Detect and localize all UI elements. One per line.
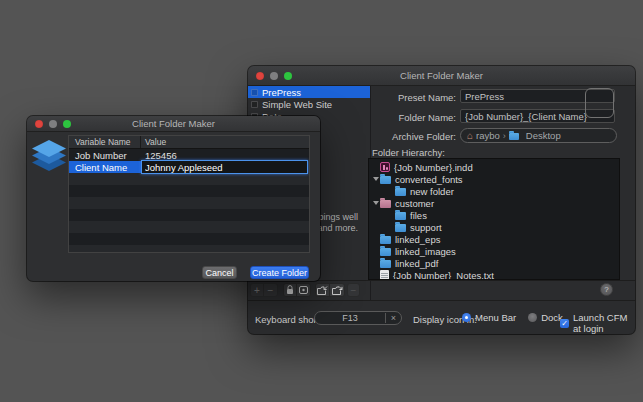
- new-subfolder-icon[interactable]: [330, 284, 344, 296]
- zoom-button[interactable]: [63, 120, 71, 128]
- clear-shortcut-icon[interactable]: ×: [385, 313, 401, 323]
- footer-separator: [248, 300, 635, 301]
- remove-preset-button[interactable]: −: [264, 284, 277, 296]
- window-controls: [256, 72, 292, 80]
- preset-name-label: Preset Name:: [372, 92, 456, 103]
- preset-checkbox[interactable]: [251, 89, 258, 96]
- variables-dialog: Client Folder Maker Variable Name Value …: [27, 116, 320, 281]
- value-cell[interactable]: [141, 161, 309, 173]
- path-segment: raybo: [476, 130, 500, 141]
- close-button[interactable]: [256, 72, 264, 80]
- window-title: Client Folder Maker: [400, 70, 483, 81]
- folder-icon: [380, 200, 391, 208]
- tree-item[interactable]: converted_fonts: [369, 173, 619, 185]
- empty-table-row[interactable]: [69, 245, 309, 253]
- radio-option-dock[interactable]: Dock: [528, 312, 563, 323]
- archive-folder-path[interactable]: ⌂ raybo › Desktop: [460, 128, 617, 143]
- add-preset-button[interactable]: +: [251, 284, 264, 296]
- radio-button[interactable]: [462, 313, 471, 322]
- tree-item[interactable]: linked_eps: [369, 233, 619, 245]
- preset-checkbox[interactable]: [251, 101, 258, 108]
- indesign-file-icon: [380, 162, 390, 172]
- tree-item[interactable]: linked_pdf: [369, 257, 619, 269]
- cancel-button[interactable]: Cancel: [202, 266, 237, 279]
- folder-icon: [395, 212, 406, 220]
- tree-item[interactable]: files: [369, 209, 619, 221]
- disclosure-triangle-icon[interactable]: [371, 177, 380, 181]
- sidebar-item-prepress[interactable]: PrePress: [248, 86, 370, 98]
- zoom-button[interactable]: [284, 72, 292, 80]
- tree-item[interactable]: customer: [369, 197, 619, 209]
- folder-hierarchy-label: Folder Hierarchy:: [372, 147, 445, 158]
- launch-at-login-option: ✓ Launch CFM at login: [560, 312, 635, 334]
- window-controls: [35, 120, 71, 128]
- folder-icon: [395, 188, 406, 196]
- table-row[interactable]: Client Name: [69, 161, 309, 173]
- variable-name-cell[interactable]: Job Number: [69, 149, 141, 161]
- display-icon-radio-group: Menu BarDock: [462, 312, 563, 323]
- radio-option-menu-bar[interactable]: Menu Bar: [462, 312, 516, 323]
- table-header: Variable Name Value: [69, 136, 309, 149]
- value-edit-field[interactable]: [141, 160, 308, 174]
- shortcut-value: F13: [315, 313, 385, 323]
- tree-item-label: {Job Number}.indd: [394, 162, 473, 173]
- archive-folder-label: Archive Folder:: [372, 131, 456, 142]
- checkbox-label: Launch CFM at login: [573, 312, 635, 334]
- home-icon: ⌂: [467, 131, 473, 141]
- empty-table-row[interactable]: [69, 173, 309, 185]
- column-header-value[interactable]: Value: [141, 137, 166, 147]
- variables-table: Variable Name Value Job Number125456Clie…: [68, 135, 310, 253]
- empty-table-row[interactable]: [69, 233, 309, 245]
- tree-item[interactable]: new folder: [369, 185, 619, 197]
- checkbox-checked-icon[interactable]: ✓: [560, 319, 569, 328]
- tree-item-label: linked_images: [395, 246, 456, 257]
- disclosure-triangle-icon[interactable]: [371, 201, 380, 205]
- create-folder-button[interactable]: Create Folder: [250, 266, 309, 279]
- empty-table-row[interactable]: [69, 209, 309, 221]
- tree-item[interactable]: {Job Number}_Notes.txt: [369, 269, 619, 280]
- empty-table-row[interactable]: [69, 221, 309, 233]
- remove-tree-item-button[interactable]: −: [347, 283, 360, 297]
- folder-icon: [380, 248, 391, 256]
- chevron-right-icon: ›: [503, 131, 506, 141]
- minimize-button[interactable]: [270, 72, 278, 80]
- tree-item-label: new folder: [410, 186, 454, 197]
- preset-label: Simple Web Site: [262, 99, 332, 110]
- tree-item-label: files: [410, 210, 427, 221]
- radio-label: Menu Bar: [475, 312, 516, 323]
- folder-icon: [395, 224, 406, 232]
- dialog-titlebar[interactable]: Client Folder Maker: [27, 116, 320, 132]
- tree-item[interactable]: support: [369, 221, 619, 233]
- badge-icon[interactable]: [297, 284, 310, 296]
- tree-item-label: customer: [395, 198, 434, 209]
- folder-icon: [380, 236, 391, 244]
- minimize-button[interactable]: [49, 120, 57, 128]
- folder-name-label: Folder Name:: [372, 112, 456, 123]
- help-button[interactable]: ?: [600, 283, 613, 296]
- tree-item-label: converted_fonts: [395, 174, 463, 185]
- new-folder-icon[interactable]: [316, 284, 330, 296]
- lock-icon[interactable]: [284, 284, 297, 296]
- column-header-variable-name[interactable]: Variable Name: [69, 136, 141, 148]
- folder-icon: [509, 133, 519, 140]
- tree-item-label: linked_eps: [395, 234, 440, 245]
- close-button[interactable]: [35, 120, 43, 128]
- table-body: Job Number125456Client Name: [69, 149, 309, 253]
- sidebar-item-simple-web-site[interactable]: Simple Web Site: [248, 98, 370, 110]
- folder-icon: [380, 260, 391, 268]
- tree-item[interactable]: {Job Number}.indd: [369, 161, 619, 173]
- tree-item-label: {Job Number}_Notes.txt: [393, 270, 494, 281]
- empty-table-row[interactable]: [69, 185, 309, 197]
- main-titlebar[interactable]: Client Folder Maker: [248, 66, 635, 86]
- app-layers-icon: [30, 136, 68, 182]
- preset-image-well[interactable]: [585, 88, 614, 118]
- keyboard-shortcut-field[interactable]: F13 ×: [314, 311, 402, 325]
- triangle-down-icon: [373, 201, 379, 205]
- radio-button[interactable]: [528, 313, 537, 322]
- lock-action-group: [283, 283, 311, 297]
- variable-name-cell[interactable]: Client Name: [69, 161, 141, 173]
- folder-tree: {Job Number}.inddconverted_fontsnew fold…: [368, 158, 620, 280]
- empty-table-row[interactable]: [69, 197, 309, 209]
- tree-item[interactable]: linked_images: [369, 245, 619, 257]
- triangle-down-icon: [373, 177, 379, 181]
